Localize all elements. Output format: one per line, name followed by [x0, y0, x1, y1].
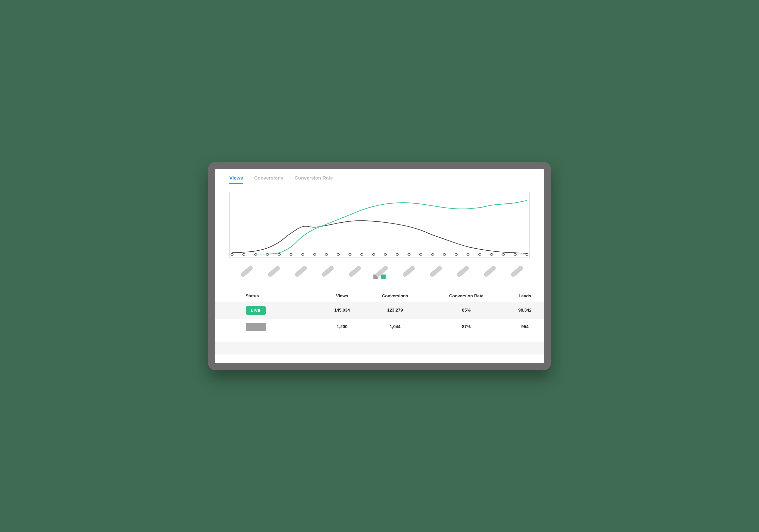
x-tick-marker — [349, 253, 351, 255]
stats-table: Status Views Conversions Conversion Rate… — [215, 288, 544, 335]
x-tick-marker — [337, 253, 340, 255]
x-tick-marker — [419, 253, 422, 255]
tab-conversions[interactable]: Conversions — [254, 175, 284, 184]
table-header-row: Status Views Conversions Conversion Rate… — [215, 288, 544, 302]
x-label-slot — [231, 260, 258, 264]
cell-leads: 954 — [506, 319, 544, 335]
x-tick-marker — [361, 253, 363, 255]
cell-status — [215, 319, 321, 335]
table-row: LIVE145,034123,27985%98,342 — [215, 302, 544, 319]
x-tick-marker — [526, 253, 528, 255]
cell-status: LIVE — [215, 302, 321, 319]
x-tick-marker — [467, 253, 469, 255]
x-tick-marker — [514, 253, 516, 255]
col-views: Views — [321, 288, 364, 302]
screen: Views Conversions Conversion Rate Status… — [215, 169, 544, 363]
legend-swatch-green — [381, 275, 385, 279]
status-badge — [246, 323, 266, 331]
cell-conversion-rate: 87% — [427, 319, 506, 335]
x-tick-marker — [231, 253, 233, 255]
chart-svg — [230, 192, 529, 257]
tab-views[interactable]: Views — [229, 175, 243, 184]
x-label-slot — [474, 260, 501, 264]
x-label-slot — [339, 260, 366, 264]
x-tick-marker — [313, 253, 316, 255]
x-label-slot — [312, 260, 339, 264]
x-tick-marker — [502, 253, 504, 255]
col-conversion-rate: Conversion Rate — [427, 288, 506, 302]
x-label-slot — [285, 260, 312, 264]
chart-area — [215, 184, 544, 288]
x-label-slot — [258, 260, 285, 264]
x-tick-marker — [491, 253, 493, 255]
x-tick-marker — [301, 253, 304, 255]
table-row: 1,2001,04487%954 — [215, 319, 544, 335]
x-label-slot — [501, 260, 528, 264]
cell-views: 1,200 — [321, 319, 364, 335]
series-line — [232, 220, 527, 253]
status-badge: LIVE — [246, 306, 266, 315]
device-frame: Views Conversions Conversion Rate Status… — [208, 162, 551, 370]
x-tick-marker — [455, 253, 457, 255]
x-tick-marker — [290, 253, 292, 255]
x-tick-marker — [431, 253, 434, 255]
x-tick-marker — [255, 253, 257, 255]
x-label-slot — [420, 260, 447, 264]
x-tick-marker — [443, 253, 446, 255]
x-tick-marker — [243, 253, 245, 255]
x-tick-marker — [396, 253, 398, 255]
tabs: Views Conversions Conversion Rate — [215, 169, 544, 184]
cell-leads: 98,342 — [506, 302, 544, 319]
x-tick-marker — [408, 253, 410, 255]
x-tick-marker — [278, 253, 280, 255]
x-tick-marker — [384, 253, 387, 255]
cell-views: 145,034 — [321, 302, 364, 319]
cell-conversions: 1,044 — [364, 319, 427, 335]
x-axis-labels — [229, 260, 530, 264]
col-status: Status — [215, 288, 321, 302]
x-label-slot — [366, 260, 393, 264]
x-label-slot — [447, 260, 474, 264]
col-conversions: Conversions — [364, 288, 427, 302]
footer-strip — [215, 342, 544, 355]
x-tick-marker — [372, 253, 375, 255]
tab-conversion-rate[interactable]: Conversion Rate — [295, 175, 333, 184]
x-tick-marker — [325, 253, 327, 255]
x-tick-marker — [479, 253, 481, 255]
series-line — [232, 200, 527, 254]
x-label-slot — [393, 260, 420, 264]
cell-conversion-rate: 85% — [427, 302, 506, 319]
chart-box — [229, 192, 530, 258]
col-leads: Leads — [506, 288, 544, 302]
footer-pad — [215, 355, 544, 363]
x-tick-marker — [266, 253, 268, 255]
cell-conversions: 123,279 — [364, 302, 427, 319]
